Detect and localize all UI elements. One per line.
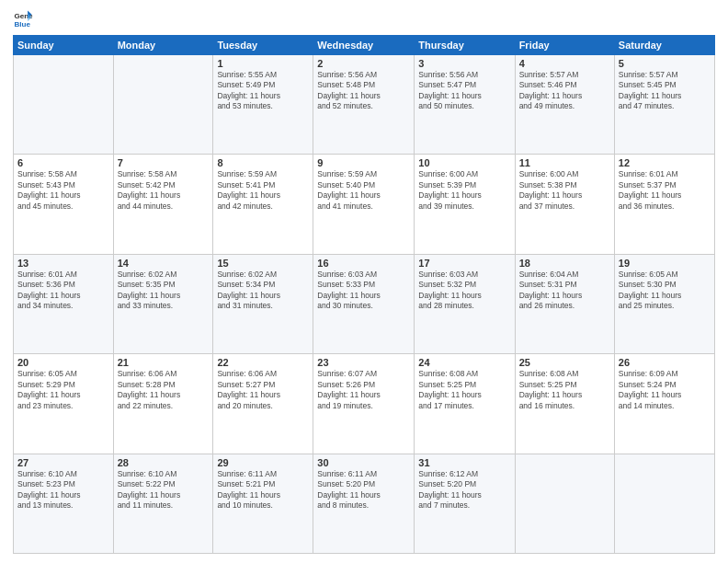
day-number: 3 [418,58,510,69]
calendar-cell: 31Sunrise: 6:12 AM Sunset: 5:20 PM Dayli… [415,454,515,553]
calendar-cell [614,454,714,553]
day-info: Sunrise: 6:08 AM Sunset: 5:25 PM Dayligh… [418,369,510,411]
calendar-header-wednesday: Wednesday [313,36,415,55]
calendar-cell: 20Sunrise: 6:05 AM Sunset: 5:29 PM Dayli… [14,354,114,454]
day-info: Sunrise: 6:01 AM Sunset: 5:36 PM Dayligh… [17,270,109,312]
calendar-cell: 13Sunrise: 6:01 AM Sunset: 5:36 PM Dayli… [14,254,114,353]
day-number: 21 [118,357,210,368]
day-info: Sunrise: 5:58 AM Sunset: 5:43 PM Dayligh… [17,169,109,212]
day-number: 20 [17,357,109,368]
calendar-header-row: SundayMondayTuesdayWednesdayThursdayFrid… [14,36,715,55]
svg-text:Blue: Blue [14,20,30,29]
day-number: 18 [519,258,610,269]
day-info: Sunrise: 6:00 AM Sunset: 5:38 PM Dayligh… [519,169,610,212]
day-info: Sunrise: 6:07 AM Sunset: 5:26 PM Dayligh… [317,369,410,411]
day-info: Sunrise: 6:12 AM Sunset: 5:20 PM Dayligh… [418,469,510,511]
calendar-header-friday: Friday [515,36,614,55]
calendar-cell: 17Sunrise: 6:03 AM Sunset: 5:32 PM Dayli… [415,254,515,353]
day-number: 12 [619,157,711,168]
day-info: Sunrise: 6:02 AM Sunset: 5:35 PM Dayligh… [118,270,210,312]
calendar-week-2: 6Sunrise: 5:58 AM Sunset: 5:43 PM Daylig… [14,155,715,254]
calendar-cell: 29Sunrise: 6:11 AM Sunset: 5:21 PM Dayli… [213,454,313,553]
day-info: Sunrise: 5:55 AM Sunset: 5:49 PM Dayligh… [217,70,309,112]
day-info: Sunrise: 6:05 AM Sunset: 5:30 PM Dayligh… [619,270,711,312]
day-info: Sunrise: 6:11 AM Sunset: 5:20 PM Dayligh… [317,469,410,511]
day-info: Sunrise: 6:03 AM Sunset: 5:32 PM Dayligh… [418,270,510,312]
day-info: Sunrise: 5:57 AM Sunset: 5:46 PM Dayligh… [519,70,610,112]
day-info: Sunrise: 6:10 AM Sunset: 5:22 PM Dayligh… [118,469,210,511]
day-info: Sunrise: 6:02 AM Sunset: 5:34 PM Dayligh… [217,270,309,312]
logo-icon: General Blue [13,9,33,29]
day-info: Sunrise: 6:10 AM Sunset: 5:23 PM Dayligh… [17,469,109,511]
page: General Blue SundayMondayTuesdayWednesda… [0,0,728,563]
day-info: Sunrise: 5:56 AM Sunset: 5:47 PM Dayligh… [418,70,510,112]
calendar-cell: 18Sunrise: 6:04 AM Sunset: 5:31 PM Dayli… [515,254,614,353]
calendar-header-thursday: Thursday [415,36,515,55]
calendar-cell: 14Sunrise: 6:02 AM Sunset: 5:35 PM Dayli… [113,254,213,353]
day-number: 17 [418,258,510,269]
calendar-cell: 30Sunrise: 6:11 AM Sunset: 5:20 PM Dayli… [313,454,415,553]
calendar-header-tuesday: Tuesday [213,36,313,55]
calendar-week-3: 13Sunrise: 6:01 AM Sunset: 5:36 PM Dayli… [14,254,715,353]
calendar-cell: 4Sunrise: 5:57 AM Sunset: 5:46 PM Daylig… [515,55,614,155]
calendar-cell: 2Sunrise: 5:56 AM Sunset: 5:48 PM Daylig… [313,55,415,155]
calendar-cell: 8Sunrise: 5:59 AM Sunset: 5:41 PM Daylig… [213,155,313,254]
calendar-cell: 11Sunrise: 6:00 AM Sunset: 5:38 PM Dayli… [515,155,614,254]
day-number: 29 [217,457,309,468]
day-number: 28 [118,457,210,468]
day-info: Sunrise: 5:56 AM Sunset: 5:48 PM Dayligh… [317,70,410,112]
day-number: 30 [317,457,410,468]
calendar-cell: 27Sunrise: 6:10 AM Sunset: 5:23 PM Dayli… [14,454,114,553]
day-info: Sunrise: 6:05 AM Sunset: 5:29 PM Dayligh… [17,369,109,411]
calendar-cell: 7Sunrise: 5:58 AM Sunset: 5:42 PM Daylig… [113,155,213,254]
calendar-table: SundayMondayTuesdayWednesdayThursdayFrid… [13,35,715,554]
day-info: Sunrise: 5:58 AM Sunset: 5:42 PM Dayligh… [118,169,210,212]
calendar-week-5: 27Sunrise: 6:10 AM Sunset: 5:23 PM Dayli… [14,454,715,553]
calendar-cell: 21Sunrise: 6:06 AM Sunset: 5:28 PM Dayli… [113,354,213,454]
calendar-cell: 9Sunrise: 5:59 AM Sunset: 5:40 PM Daylig… [313,155,415,254]
day-number: 22 [217,357,309,368]
calendar-week-4: 20Sunrise: 6:05 AM Sunset: 5:29 PM Dayli… [14,354,715,454]
day-number: 26 [619,357,711,368]
day-info: Sunrise: 5:59 AM Sunset: 5:40 PM Dayligh… [317,169,410,212]
calendar-cell: 24Sunrise: 6:08 AM Sunset: 5:25 PM Dayli… [415,354,515,454]
day-number: 6 [17,157,109,168]
calendar-cell: 1Sunrise: 5:55 AM Sunset: 5:49 PM Daylig… [213,55,313,155]
day-info: Sunrise: 6:00 AM Sunset: 5:39 PM Dayligh… [418,169,510,212]
header: General Blue [13,9,715,29]
day-number: 14 [118,258,210,269]
day-number: 15 [217,258,309,269]
day-info: Sunrise: 6:06 AM Sunset: 5:28 PM Dayligh… [118,369,210,411]
calendar-cell: 15Sunrise: 6:02 AM Sunset: 5:34 PM Dayli… [213,254,313,353]
day-info: Sunrise: 6:04 AM Sunset: 5:31 PM Dayligh… [519,270,610,312]
calendar-cell [113,55,213,155]
day-number: 11 [519,157,610,168]
calendar-cell [515,454,614,553]
day-number: 1 [217,58,309,69]
day-number: 5 [619,58,711,69]
day-number: 16 [317,258,410,269]
day-number: 31 [418,457,510,468]
calendar-week-1: 1Sunrise: 5:55 AM Sunset: 5:49 PM Daylig… [14,55,715,155]
calendar-cell: 12Sunrise: 6:01 AM Sunset: 5:37 PM Dayli… [614,155,714,254]
calendar-cell: 22Sunrise: 6:06 AM Sunset: 5:27 PM Dayli… [213,354,313,454]
calendar-header-monday: Monday [113,36,213,55]
calendar-cell: 28Sunrise: 6:10 AM Sunset: 5:22 PM Dayli… [113,454,213,553]
calendar-cell: 6Sunrise: 5:58 AM Sunset: 5:43 PM Daylig… [14,155,114,254]
calendar-cell [14,55,114,155]
day-number: 2 [317,58,410,69]
day-number: 19 [619,258,711,269]
day-info: Sunrise: 6:01 AM Sunset: 5:37 PM Dayligh… [619,169,711,212]
day-info: Sunrise: 6:09 AM Sunset: 5:24 PM Dayligh… [619,369,711,411]
day-number: 24 [418,357,510,368]
day-info: Sunrise: 6:03 AM Sunset: 5:33 PM Dayligh… [317,270,410,312]
day-number: 23 [317,357,410,368]
calendar-cell: 23Sunrise: 6:07 AM Sunset: 5:26 PM Dayli… [313,354,415,454]
day-number: 10 [418,157,510,168]
calendar-cell: 25Sunrise: 6:08 AM Sunset: 5:25 PM Dayli… [515,354,614,454]
calendar-cell: 5Sunrise: 5:57 AM Sunset: 5:45 PM Daylig… [614,55,714,155]
calendar-cell: 26Sunrise: 6:09 AM Sunset: 5:24 PM Dayli… [614,354,714,454]
calendar-header-sunday: Sunday [14,36,114,55]
day-number: 27 [17,457,109,468]
day-number: 9 [317,157,410,168]
